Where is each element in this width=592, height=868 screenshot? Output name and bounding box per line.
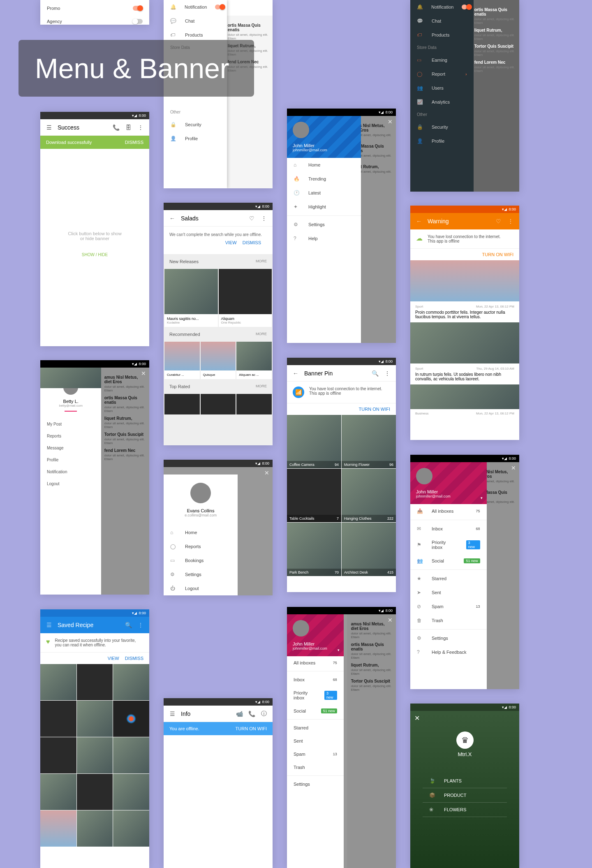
more-icon[interactable]: ⋮ [260, 215, 268, 222]
menu-icon[interactable]: ☰ [45, 621, 53, 629]
menu-settings[interactable]: ⚙Settings [287, 218, 361, 231]
menu-settings[interactable]: ⚙Settings [164, 567, 238, 581]
more-icon[interactable]: ⋮ [137, 621, 144, 629]
chevron-down-icon[interactable]: ▾ [338, 648, 340, 652]
menu-trending[interactable]: 🔥Trending [287, 172, 361, 186]
dismiss-button[interactable]: DISMISS [125, 140, 143, 145]
archive-icon[interactable]: 🗄 [125, 124, 132, 131]
menu-logout[interactable]: ⏻Logout [164, 581, 238, 595]
menu-starred[interactable]: Starred [287, 721, 344, 734]
menu-promo[interactable]: Promo [40, 2, 149, 15]
article-title[interactable]: Proin commodo porttitor felis. Integer a… [415, 310, 514, 319]
back-icon[interactable]: ← [292, 370, 299, 377]
menu-profile[interactable]: Profile [47, 454, 95, 466]
info-icon[interactable]: ⓘ [260, 710, 268, 718]
close-icon[interactable]: ✕ [414, 714, 420, 722]
menu-security[interactable]: 🔒Security [410, 120, 474, 134]
article-title[interactable]: In rutrum turpis felis. Ut sodales liber… [415, 372, 514, 381]
menu-home[interactable]: ⌂Home [164, 525, 238, 539]
wifi-button[interactable]: TURN ON WIFI [236, 726, 267, 731]
switch-icon[interactable] [133, 19, 143, 24]
menu-settings[interactable]: Settings [287, 778, 344, 791]
search-icon[interactable]: 🔍 [371, 370, 379, 377]
phone-icon[interactable]: 📞 [248, 710, 255, 718]
menu-trash[interactable]: 🗑Trash [410, 613, 487, 627]
article-image[interactable] [410, 260, 519, 301]
search-icon[interactable]: 🔍 [125, 621, 132, 629]
menu-analytics[interactable]: 📈Analytics [410, 95, 474, 109]
menu-products[interactable]: 🏷Products [410, 28, 474, 42]
close-icon[interactable]: ✕ [264, 470, 269, 476]
menu-notification[interactable]: 🔔Notification [410, 0, 474, 14]
menu-users[interactable]: 👥Users [410, 81, 474, 95]
view-button[interactable]: VIEW [108, 656, 119, 661]
menu-notification[interactable]: 🔔Notification [164, 0, 227, 14]
card-image[interactable] [201, 394, 236, 414]
heart-icon[interactable]: ♡ [248, 215, 255, 222]
grid-item[interactable] [77, 737, 113, 773]
card-image[interactable] [201, 342, 236, 370]
grid-item[interactable] [113, 664, 149, 700]
view-button[interactable]: VIEW [225, 240, 237, 245]
menu-icon[interactable]: ☰ [169, 710, 176, 718]
show-hide-button[interactable]: SHOW / HIDE [40, 252, 149, 257]
article-image[interactable] [410, 322, 519, 363]
menu-security[interactable]: 🔒Security [164, 118, 227, 132]
menu-product[interactable]: 📦PRODUCT [423, 788, 507, 803]
close-icon[interactable]: ✕ [511, 465, 516, 471]
grid-item[interactable] [113, 774, 149, 810]
grid-item[interactable] [113, 701, 149, 737]
phone-icon[interactable]: 📞 [112, 124, 120, 131]
more-icon[interactable]: ⋮ [384, 370, 391, 377]
menu-social[interactable]: 👥Social51 new [410, 554, 487, 568]
menu-settings[interactable]: ⚙Settings [410, 631, 487, 645]
card-image[interactable] [236, 394, 272, 414]
menu-help[interactable]: ?Help & Feedback [410, 645, 487, 659]
grid-item[interactable] [40, 664, 76, 700]
video-icon[interactable]: 📹 [236, 710, 243, 718]
menu-chat[interactable]: 💬Chat [164, 14, 227, 28]
menu-plants[interactable]: 🍃PLANTS [423, 774, 507, 788]
menu-report[interactable]: ◯Report› [410, 67, 474, 81]
menu-starred[interactable]: ★Starred [410, 572, 487, 586]
grid-item[interactable] [40, 774, 76, 810]
back-icon[interactable]: ← [415, 218, 423, 225]
menu-agency[interactable]: Agency [40, 15, 149, 25]
more-button[interactable]: MORE [256, 332, 267, 337]
wifi-button[interactable]: TURN ON WIFI [482, 252, 513, 257]
grid-item[interactable]: Hanging Clothes222 [342, 469, 396, 522]
wifi-button[interactable]: TURN ON WIFI [359, 407, 390, 412]
more-button[interactable]: MORE [256, 259, 267, 264]
grid-item[interactable] [40, 737, 76, 773]
grid-item[interactable]: Coffee Camera94 [287, 415, 341, 468]
grid-item[interactable] [77, 664, 113, 700]
menu-priority[interactable]: Priority inbox3 new [287, 686, 344, 704]
menu-message[interactable]: Message [47, 442, 95, 454]
menu-trash[interactable]: Trash [287, 761, 344, 774]
menu-logout[interactable]: Logout [47, 478, 95, 490]
menu-all-inboxes[interactable]: 📥All inboxes75 [410, 504, 487, 518]
grid-item[interactable] [40, 701, 76, 737]
grid-item[interactable]: Morning Flower96 [342, 415, 396, 468]
heart-icon[interactable]: ♡ [495, 218, 502, 225]
menu-spam[interactable]: Spam13 [287, 748, 344, 761]
menu-reports[interactable]: ◯Reports [164, 539, 238, 553]
menu-reports[interactable]: Reports [47, 430, 95, 442]
dismiss-button[interactable]: DISMISS [125, 656, 143, 661]
grid-item[interactable]: Table Cocktails7 [287, 469, 341, 522]
grid-item[interactable] [113, 810, 149, 847]
chevron-down-icon[interactable]: ▾ [481, 496, 483, 500]
card-image[interactable] [219, 269, 272, 314]
switch-icon[interactable] [133, 6, 143, 11]
back-icon[interactable]: ← [169, 215, 176, 222]
menu-priority[interactable]: ⚑Priority inbox3 new [410, 536, 487, 554]
menu-all-inboxes[interactable]: All inboxes75 [287, 656, 344, 669]
menu-help[interactable]: ?Help [287, 231, 361, 245]
close-icon[interactable]: ✕ [388, 617, 393, 623]
grid-item[interactable]: Park Bench70 [287, 523, 341, 576]
menu-chat[interactable]: 💬Chat [410, 14, 474, 28]
card-image[interactable] [164, 269, 218, 314]
grid-item[interactable] [77, 810, 113, 847]
menu-notification[interactable]: Notification [47, 466, 95, 478]
menu-flowers[interactable]: ❀FLOWERS [423, 803, 507, 817]
